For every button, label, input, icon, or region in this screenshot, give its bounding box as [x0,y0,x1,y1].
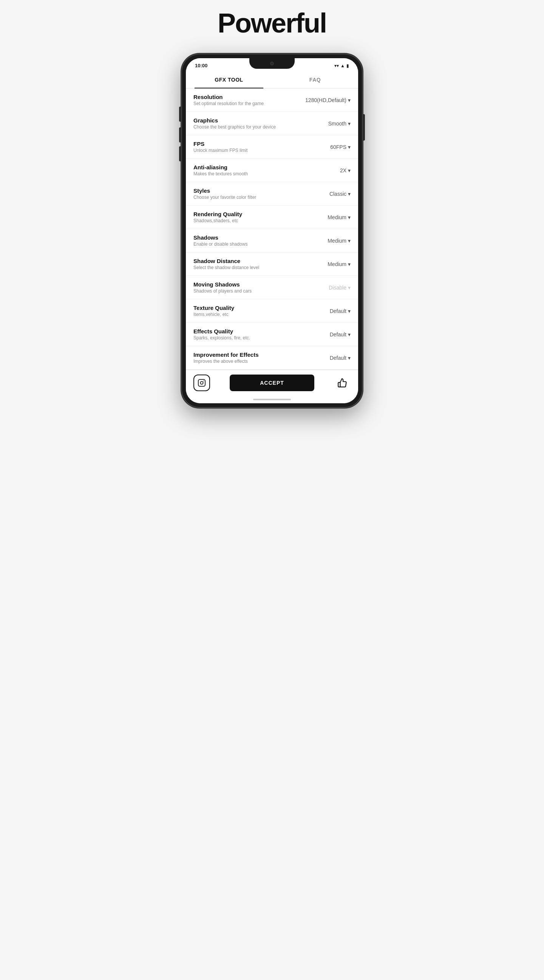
svg-point-2 [203,380,204,381]
setting-value-styles: Classic [330,191,346,197]
status-bar: 10:00 ▾▾ ▲ ▮ [186,58,358,72]
setting-title-resolution: Resolution [193,94,305,100]
setting-value-improvement-for-effects: Default [330,355,346,361]
setting-subtitle-improvement-for-effects: Improves the above effects [193,359,313,364]
setting-subtitle-resolution: Set optimal resolution for the game [193,101,305,106]
hero-title: Powerful [217,8,327,38]
setting-title-moving-shadows: Moving Shadows [193,281,313,288]
setting-row-moving-shadows[interactable]: Moving ShadowsShadows of players and car… [186,276,358,299]
setting-label-group-fps: FPSUnlock maximum FPS limit [193,141,313,153]
setting-subtitle-fps: Unlock maximum FPS limit [193,148,313,153]
home-bar [253,399,291,400]
dropdown-arrow-improvement-for-effects: ▾ [348,355,351,361]
setting-value-group-resolution: 1280(HD,Default)▾ [305,97,351,103]
setting-value-graphics: Smooth [328,121,346,127]
dropdown-arrow-shadow-distance: ▾ [348,261,351,267]
accept-button[interactable]: ACCEPT [230,375,314,391]
setting-value-effects-quality: Default [330,331,346,337]
tab-gfx-tool[interactable]: GFX TOOL [186,72,272,88]
setting-row-effects-quality[interactable]: Effects QualitySparks, explosions, fire,… [186,323,358,346]
setting-value-group-moving-shadows: Disable▾ [313,285,351,291]
instagram-button[interactable] [193,375,210,391]
setting-subtitle-texture-quality: Items,vehicle, etc [193,312,313,317]
setting-title-anti-aliasing: Anti-aliasing [193,164,313,170]
setting-row-texture-quality[interactable]: Texture QualityItems,vehicle, etcDefault… [186,299,358,323]
setting-row-improvement-for-effects[interactable]: Improvement for EffectsImproves the abov… [186,346,358,370]
setting-subtitle-styles: Choose your favorite color filter [193,195,313,200]
setting-value-fps: 60FPS [330,144,346,150]
phone-screen: 10:00 ▾▾ ▲ ▮ GFX TOOL FAQ ResolutionSet … [186,58,358,403]
status-time: 10:00 [195,63,208,68]
setting-value-group-anti-aliasing: 2X▾ [313,167,351,173]
setting-row-resolution[interactable]: ResolutionSet optimal resolution for the… [186,88,358,112]
setting-value-shadow-distance: Medium [328,261,346,267]
setting-label-group-texture-quality: Texture QualityItems,vehicle, etc [193,305,313,317]
setting-row-anti-aliasing[interactable]: Anti-aliasingMakes the textures smooth2X… [186,159,358,182]
svg-rect-0 [198,379,205,386]
dropdown-arrow-moving-shadows: ▾ [348,285,351,291]
setting-label-group-graphics: GraphicsChoose the best graphics for you… [193,117,313,130]
setting-row-graphics[interactable]: GraphicsChoose the best graphics for you… [186,112,358,135]
bottom-bar: ACCEPT [186,370,358,396]
setting-value-group-rendering-quality: Medium▾ [313,214,351,220]
setting-label-group-resolution: ResolutionSet optimal resolution for the… [193,94,305,106]
setting-value-group-effects-quality: Default▾ [313,331,351,337]
setting-value-group-graphics: Smooth▾ [313,121,351,127]
setting-title-shadows: Shadows [193,234,313,241]
setting-title-texture-quality: Texture Quality [193,305,313,311]
setting-value-group-fps: 60FPS▾ [313,144,351,150]
setting-label-group-improvement-for-effects: Improvement for EffectsImproves the abov… [193,352,313,364]
tabs-bar: GFX TOOL FAQ [186,72,358,88]
setting-subtitle-effects-quality: Sparks, explosions, fire, etc. [193,335,313,340]
setting-row-styles[interactable]: StylesChoose your favorite color filterC… [186,182,358,205]
phone-frame: 10:00 ▾▾ ▲ ▮ GFX TOOL FAQ ResolutionSet … [181,54,363,408]
setting-subtitle-rendering-quality: Shadows,shaders, etc [193,218,313,223]
page-wrapper: Powerful 10:00 ▾▾ ▲ ▮ GFX TOOL FAQ [166,8,378,408]
camera-dot [270,62,274,65]
setting-value-group-styles: Classic▾ [313,191,351,197]
dropdown-arrow-texture-quality: ▾ [348,308,351,314]
setting-value-rendering-quality: Medium [328,214,346,220]
home-indicator [186,396,358,403]
setting-value-anti-aliasing: 2X [340,167,346,173]
dropdown-arrow-effects-quality: ▾ [348,331,351,337]
wifi-icon: ▾▾ [334,63,339,68]
dropdown-arrow-shadows: ▾ [348,238,351,244]
setting-row-fps[interactable]: FPSUnlock maximum FPS limit60FPS▾ [186,135,358,159]
setting-value-group-improvement-for-effects: Default▾ [313,355,351,361]
setting-row-rendering-quality[interactable]: Rendering QualityShadows,shaders, etcMed… [186,205,358,229]
setting-value-shadows: Medium [328,238,346,244]
status-icons: ▾▾ ▲ ▮ [334,63,349,68]
setting-label-group-rendering-quality: Rendering QualityShadows,shaders, etc [193,211,313,223]
setting-label-group-effects-quality: Effects QualitySparks, explosions, fire,… [193,328,313,340]
setting-label-group-shadow-distance: Shadow DistanceSelect the shadow distanc… [193,258,313,270]
signal-icon: ▲ [340,63,345,68]
dropdown-arrow-fps: ▾ [348,144,351,150]
setting-title-effects-quality: Effects Quality [193,328,313,334]
svg-point-1 [200,381,203,384]
setting-value-group-texture-quality: Default▾ [313,308,351,314]
setting-label-group-anti-aliasing: Anti-aliasingMakes the textures smooth [193,164,313,177]
dropdown-arrow-graphics: ▾ [348,121,351,127]
setting-subtitle-shadow-distance: Select the shadow distance level [193,265,313,270]
setting-value-resolution: 1280(HD,Default) [305,97,346,103]
setting-title-rendering-quality: Rendering Quality [193,211,313,217]
setting-value-group-shadow-distance: Medium▾ [313,261,351,267]
setting-title-fps: FPS [193,141,313,147]
setting-label-group-shadows: ShadowsEnable or disable shadows [193,234,313,247]
settings-list: ResolutionSet optimal resolution for the… [186,88,358,370]
battery-icon: ▮ [346,63,349,68]
setting-subtitle-shadows: Enable or disable shadows [193,242,313,247]
setting-label-group-styles: StylesChoose your favorite color filter [193,188,313,200]
setting-label-group-moving-shadows: Moving ShadowsShadows of players and car… [193,281,313,294]
setting-title-styles: Styles [193,188,313,194]
setting-row-shadows[interactable]: ShadowsEnable or disable shadowsMedium▾ [186,229,358,253]
like-button[interactable] [334,375,351,391]
setting-title-shadow-distance: Shadow Distance [193,258,313,264]
tab-faq[interactable]: FAQ [272,72,358,88]
dropdown-arrow-rendering-quality: ▾ [348,214,351,220]
setting-value-moving-shadows: Disable [329,285,346,291]
setting-row-shadow-distance[interactable]: Shadow DistanceSelect the shadow distanc… [186,253,358,276]
setting-value-group-shadows: Medium▾ [313,238,351,244]
setting-subtitle-anti-aliasing: Makes the textures smooth [193,171,313,177]
